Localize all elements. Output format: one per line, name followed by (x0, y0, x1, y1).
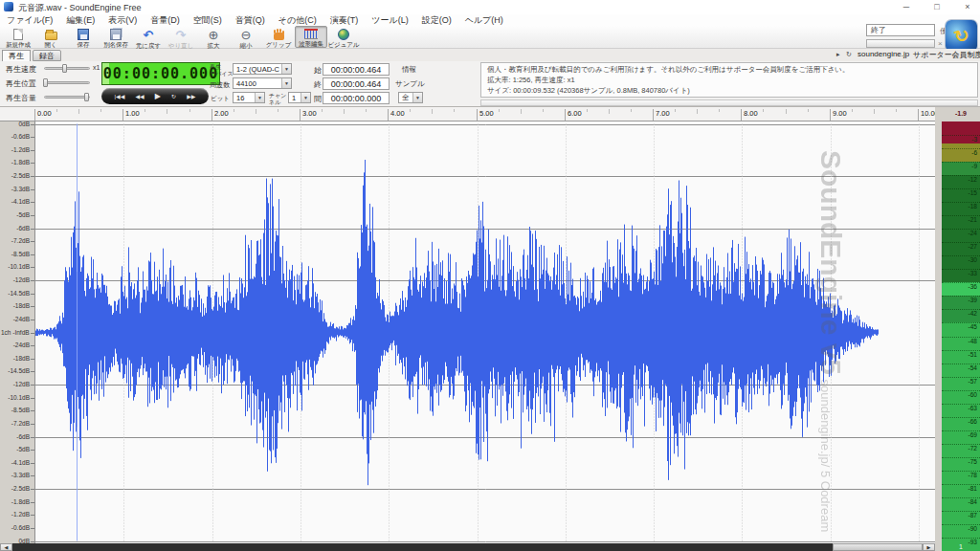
app-icon (4, 2, 13, 11)
close-button[interactable]: × (953, 0, 980, 14)
fast-forward-icon[interactable]: ▶▶ (187, 93, 195, 99)
span-time-field[interactable]: 00:00:00.000 (323, 92, 390, 104)
span-label: 間 (314, 94, 322, 104)
meter-tick-label: -30 (942, 255, 980, 263)
toolbar-button-new-file[interactable]: 新規作成 (2, 26, 34, 48)
toolbar-button-visual[interactable]: ビジュアル (327, 26, 360, 48)
scroll-right-icon[interactable]: ▶ (923, 543, 935, 551)
new-file-icon (13, 29, 23, 40)
db-axis-label: -10.1dB (8, 263, 30, 270)
menu-item-6[interactable]: その他(C) (272, 14, 323, 27)
watermark-title: SoundEngine v5 (815, 150, 847, 375)
ruler-minor-tick (410, 109, 411, 112)
toolbar-button-save-as[interactable]: 別名保存 (100, 26, 132, 48)
tab-play[interactable]: 再生 (2, 50, 31, 61)
ruler-minor-tick (454, 109, 455, 112)
slider-thumb-1[interactable] (43, 78, 48, 87)
menu-item-5[interactable]: 音質(Q) (229, 14, 272, 27)
db-axis-label: -24dB (13, 316, 30, 322)
ruler-minor-tick (234, 109, 234, 112)
maximize-button[interactable]: □ (923, 0, 951, 14)
menu-item-8[interactable]: ツール(L) (365, 14, 414, 27)
slider-thumb-2[interactable] (84, 93, 89, 101)
scrollbar-thumb[interactable] (833, 543, 923, 551)
meter-tick-label: -24 (942, 229, 980, 236)
ruler-tick (830, 109, 831, 121)
slider-track-1[interactable] (44, 81, 90, 84)
link-soundengine-jp[interactable]: soundengine.jp (858, 50, 909, 58)
menu-bar: ファイル(F)編集(E)表示(V)音量(D)空間(S)音質(Q)その他(C)演奏… (0, 14, 980, 26)
ruler-minor-tick (100, 109, 101, 112)
mini-close-icon[interactable]: × (938, 39, 943, 48)
menu-item-1[interactable]: 編集(E) (59, 14, 101, 27)
toolbar-button-undo[interactable]: ↶元に戻す (132, 26, 165, 48)
slider-label-0: 再生速度 (6, 64, 36, 75)
ruler-minor-tick (587, 109, 588, 112)
slider-thumb-0[interactable] (62, 64, 67, 73)
db-axis-label: -8.5dB (11, 251, 30, 257)
soundengine-logo-icon[interactable]: ↻ (946, 20, 977, 52)
zoom-out-icon: ⊖ (241, 29, 252, 41)
grip-hand-icon (274, 33, 284, 40)
toolbar-button-grip-hand[interactable]: グリップ (262, 26, 295, 48)
start-time-field[interactable]: 00:00:00.464 (323, 63, 390, 76)
sample-button[interactable]: サンプル (395, 79, 425, 89)
range-all-select[interactable]: 全 ▼ (398, 92, 423, 103)
tab-row: 再生 録音 (0, 49, 980, 61)
minimize-button[interactable]: ─ (892, 0, 921, 14)
scroll-left-icon[interactable]: ◀ (0, 543, 12, 551)
end-time-field[interactable]: 00:00:00.464 (323, 77, 390, 90)
device-select[interactable]: 1-2 (QUAD-C ▼ (233, 63, 292, 75)
quick-action-box[interactable]: 終了 (866, 24, 935, 36)
time-display-value: 00:00:00.000 (103, 65, 218, 82)
db-axis-label: -10.1dB (8, 394, 30, 401)
bit-select[interactable]: 16 ▼ (233, 92, 265, 103)
menu-item-4[interactable]: 空間(S) (187, 14, 229, 27)
db-axis-label: -5dB (16, 446, 30, 452)
ruler-label: 2.00 (214, 109, 229, 118)
waveform-canvas[interactable] (35, 121, 936, 543)
meter-channel-number: 1 (942, 543, 980, 550)
menu-item-7[interactable]: 演奏(T) (323, 14, 366, 27)
loop-icon[interactable]: ↻ (171, 93, 176, 99)
play-small-icon[interactable]: ▸ (836, 51, 840, 58)
horizontal-scrollbar[interactable]: ◀ ▶ (0, 543, 935, 551)
loop-small-icon[interactable]: ↻ (846, 51, 852, 58)
db-axis-label: -7.2dB (11, 420, 30, 427)
info-button[interactable]: 情報 (402, 65, 416, 75)
ruler-tick (565, 109, 566, 121)
menu-item-3[interactable]: 音量(D) (144, 14, 187, 27)
play-icon[interactable]: ▶ (155, 92, 161, 100)
menu-item-9[interactable]: 設定(O) (415, 14, 458, 27)
link-supporter-program[interactable]: サポーター会員制度 (913, 50, 980, 60)
peak-db-readout: -1.9 (955, 110, 967, 117)
skip-start-icon[interactable]: |◀◀ (115, 93, 125, 99)
db-axis-label: -3.3dB (11, 472, 30, 478)
meter-tick-label: -36 (942, 282, 980, 290)
ruler-minor-tick (189, 109, 190, 112)
meter-tick-label: -12 (942, 175, 980, 183)
menu-item-2[interactable]: 表示(V) (101, 14, 144, 27)
freq-select[interactable]: 44100 ▼ (233, 77, 292, 89)
db-axis-label: 1ch -InfdB (1, 329, 30, 336)
ruler-minor-tick (56, 109, 57, 112)
channel-select[interactable]: 1 ▼ (288, 92, 311, 103)
toolbar-button-zoom-out[interactable]: ⊖縮小 (230, 26, 262, 48)
menu-item-0[interactable]: ファイル(F) (0, 14, 59, 27)
slider-track-0[interactable] (44, 67, 90, 70)
toolbar-button-open-folder[interactable]: 開く (34, 26, 67, 48)
db-axis-label: -5dB (16, 211, 30, 218)
slider-track-2[interactable] (44, 96, 90, 99)
db-axis-label: -0.6dB (11, 524, 30, 531)
new-file-icon (13, 29, 23, 40)
toolbar-button-waveform-edit[interactable]: 波形編集 (295, 26, 327, 48)
toolbar-button-save[interactable]: 保存 (67, 26, 100, 48)
waveform-plot[interactable]: SoundEngine v5 soundengine.jp/ 5 Codream (34, 121, 935, 543)
time-ruler[interactable]: 0.001.002.003.004.005.006.007.008.009.00… (0, 107, 980, 121)
chevron-down-icon: ▼ (281, 64, 291, 74)
rewind-icon[interactable]: ◀◀ (135, 93, 144, 99)
menu-item-10[interactable]: ヘルプ(H) (458, 14, 510, 27)
toolbar-button-zoom-in[interactable]: ⊕拡大 (197, 26, 230, 48)
tab-record[interactable]: 録音 (33, 50, 61, 61)
ruler-minor-tick (167, 109, 167, 114)
